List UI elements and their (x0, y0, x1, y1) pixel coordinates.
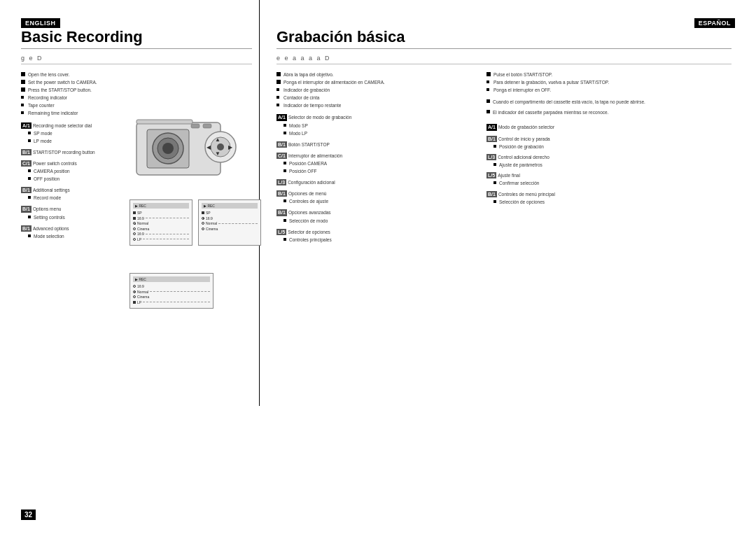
svg-point-11 (217, 143, 224, 150)
list-item: Recording indicator (21, 94, 252, 101)
esp-note-2: El indicador del cassette parpadea mient… (486, 109, 724, 115)
screen-row: Normal (133, 290, 210, 294)
esp-section-a-sub: Modo SP (284, 122, 472, 129)
list-item: Para detener la grabación, vuelva a puls… (486, 79, 724, 85)
list-item: Indicador de tiempo restante (276, 102, 472, 108)
espanol-content: Abra la tapa del objetivo. Ponga el inte… (276, 71, 732, 244)
list-item: Open the lens cover. (21, 71, 252, 78)
screen-row: SP (133, 211, 189, 215)
list-item: Abra la tapa del objetivo. (276, 71, 472, 78)
svg-text:▲: ▲ (215, 136, 220, 143)
screen-row: LP (133, 300, 210, 304)
list-item: Pulse el botón START/STOP. (486, 71, 724, 78)
esp-note-4-sub: Posición de grabación (493, 143, 724, 150)
screen-row: Cinema (202, 227, 258, 231)
esp-section-b: B/1 Botón START/STOP (276, 141, 472, 148)
esp-section-a-sub2: Modo LP (284, 130, 472, 136)
esp-section-f-sub: Selección de modo (284, 218, 472, 224)
english-title: Basic Recording (21, 28, 252, 49)
esp-section-c-sub2: Posición OFF (284, 168, 472, 174)
esp-note-1: Cuando el compartimento del cassette est… (486, 99, 724, 105)
esp-section-f: B/1 Opciones avanzadas (276, 209, 472, 216)
esp-section-a: A/1 Selector de modo de grabación (276, 114, 472, 120)
svg-text:◀: ◀ (206, 144, 211, 150)
page-number: 32 (21, 510, 36, 520)
list-item: Ponga el interruptor en OFF. (486, 87, 724, 93)
espanol-title: Grabación básica (276, 28, 732, 49)
espanol-subtitle: e e a a a a D (276, 55, 732, 64)
screen-row: SP (202, 211, 258, 215)
esp-section-c: C/1 Interruptor de alimentación (276, 153, 472, 159)
svg-text:▼: ▼ (215, 150, 220, 157)
svg-rect-12 (191, 124, 200, 128)
section-d: B/1 Additional settings (21, 187, 252, 193)
esp-note-5-sub: Ajuste de parámetros (493, 162, 724, 168)
screen-row: LP (133, 237, 189, 241)
espanol-right-col: Pulse el botón START/STOP. Para detener … (486, 71, 724, 244)
screen-mockup-3: ▶ REC 16:9 Normal Cinema LP (130, 273, 214, 309)
esp-note-3: A/1 Modo de grabación selector (486, 124, 724, 130)
esp-note-7-sub: Selección de opciones (493, 199, 724, 205)
screen-mockups-left: ▶ REC SP 16:9 Normal Cinema 16:9 LP ▶ RE… (130, 199, 261, 246)
list-item: Set the power switch to CAMERA. (21, 79, 252, 85)
camera-illustration: ▲ ▶ ▼ ◀ (130, 108, 245, 182)
screen-row: 16:9 (202, 216, 258, 220)
esp-section-c-sub: Posición CAMERA (284, 160, 472, 167)
screen-2-header: ▶ REC (202, 203, 258, 209)
esp-note-6-sub: Confirmar selección (493, 180, 724, 186)
esp-note-7: B/1 Controles de menú principal (486, 191, 724, 197)
esp-note-5: L/3 Control adicional derecho (486, 154, 724, 160)
screen-row: Normal (202, 221, 258, 225)
screen-mockup-2: ▶ REC SP 16:9 Normal Cinema (198, 199, 261, 246)
screen-row: Normal (133, 221, 189, 225)
esp-section-e-sub: Controles de ajuste (284, 198, 472, 204)
svg-text:▶: ▶ (228, 144, 233, 150)
screen-row: 16:9 (133, 284, 210, 288)
english-subtitle: g e D (21, 55, 252, 64)
list-item: Press the START/STOP button. (21, 87, 252, 93)
screen-row: 16:9 (133, 232, 189, 236)
screen-row: Cinema (133, 295, 210, 299)
screen-row: 16:9 (133, 216, 189, 220)
list-item: Ponga el interruptor de alimentación en … (276, 79, 472, 85)
screen-row: Cinema (133, 227, 189, 231)
screen-3-header: ▶ REC (133, 276, 210, 282)
list-item: Indicador de grabación (276, 87, 472, 93)
list-item: Contador de cinta (276, 94, 472, 101)
svg-rect-13 (203, 124, 211, 128)
screen-mockup-1: ▶ REC SP 16:9 Normal Cinema 16:9 LP (130, 199, 192, 246)
esp-note-6: L/5 Ajuste final (486, 172, 724, 178)
screen-1-header: ▶ REC (133, 203, 189, 209)
esp-section-g: L/5 Selector de opciones (276, 229, 472, 235)
espanol-section: Grabación básica e e a a a a D Abra la t… (276, 28, 732, 244)
esp-section-g-sub: Controles principales (284, 237, 472, 243)
espanol-left-col: Abra la tapa del objetivo. Ponga el inte… (276, 71, 472, 244)
esp-note-4: B/1 Control de inicio y parada (486, 136, 724, 142)
svg-point-4 (162, 143, 174, 154)
svg-rect-14 (136, 120, 192, 124)
esp-section-e: B/1 Opciones de menú (276, 190, 472, 197)
esp-section-d: L/3 Configuración adicional (276, 179, 472, 185)
